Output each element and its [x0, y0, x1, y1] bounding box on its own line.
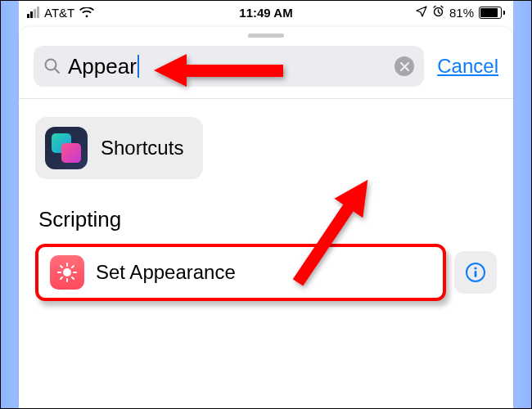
carrier-label: AT&T	[44, 6, 74, 20]
brightness-icon	[50, 255, 84, 290]
action-label: Set Appearance	[96, 261, 236, 284]
sheet-grabber[interactable]	[248, 34, 284, 38]
search-value: Appear	[68, 54, 137, 79]
shortcuts-app-icon	[45, 127, 88, 169]
results-area: Shortcuts Scripting Set Appearance	[19, 99, 513, 301]
battery-percent: 81%	[449, 6, 474, 20]
app-suggestion-label: Shortcuts	[101, 137, 183, 160]
cancel-button[interactable]: Cancel	[437, 55, 498, 78]
action-set-appearance[interactable]: Set Appearance	[35, 244, 446, 301]
svg-line-10	[72, 266, 74, 267]
svg-line-11	[61, 277, 62, 279]
text-caret	[138, 55, 139, 78]
search-input-text[interactable]: Appear	[68, 54, 388, 79]
alarm-icon	[432, 5, 444, 20]
svg-point-3	[63, 268, 71, 276]
app-suggestion-shortcuts[interactable]: Shortcuts	[35, 117, 203, 179]
modal-sheet: Appear Cancel Shortcuts Scri	[19, 27, 513, 408]
status-bar: AT&T 11:49 AM 81%	[19, 1, 513, 24]
clear-icon[interactable]	[394, 56, 414, 76]
cellular-signal-icon	[27, 7, 39, 18]
section-header-scripting: Scripting	[38, 207, 497, 232]
svg-point-13	[474, 267, 476, 269]
svg-line-8	[61, 266, 62, 267]
svg-rect-14	[475, 271, 477, 277]
svg-line-9	[72, 277, 74, 279]
svg-line-2	[55, 69, 59, 73]
search-icon	[43, 57, 61, 75]
location-icon	[416, 6, 427, 20]
search-row: Appear Cancel	[19, 46, 513, 98]
action-row: Set Appearance	[35, 244, 497, 301]
phone-screen: AT&T 11:49 AM 81%	[19, 1, 513, 408]
search-field[interactable]: Appear	[34, 46, 424, 87]
screenshot-frame: AT&T 11:49 AM 81%	[0, 0, 532, 409]
wifi-icon	[79, 7, 94, 18]
battery-icon	[479, 7, 505, 19]
info-icon	[465, 262, 486, 283]
info-button[interactable]	[454, 251, 497, 294]
